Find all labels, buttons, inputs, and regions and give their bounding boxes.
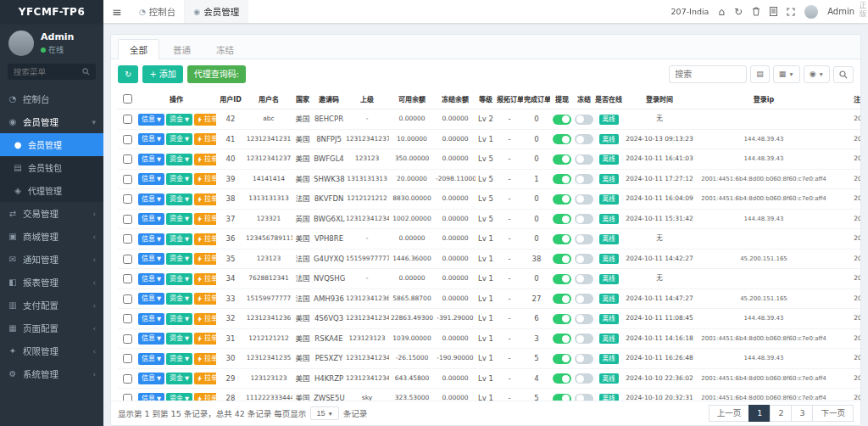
row-checkbox[interactable]: [123, 175, 132, 184]
admin-avatar[interactable]: [804, 5, 818, 19]
order-button[interactable]: 拉单: [194, 353, 216, 365]
sidebar-item-permission[interactable]: ✦权限管理‹: [0, 339, 103, 362]
freeze-toggle[interactable]: [575, 294, 593, 304]
trash-icon[interactable]: [752, 7, 760, 16]
add-button[interactable]: + 添加: [142, 65, 182, 83]
page-size-select[interactable]: 15 ▼: [310, 406, 338, 420]
fullscreen-icon[interactable]: [787, 8, 795, 16]
order-button[interactable]: 拉单: [194, 133, 216, 145]
freeze-toggle[interactable]: [575, 354, 593, 364]
row-checkbox[interactable]: [123, 255, 132, 264]
info-button[interactable]: 信息▼: [138, 253, 164, 265]
withdraw-toggle[interactable]: [553, 314, 571, 324]
withdraw-toggle[interactable]: [553, 234, 571, 244]
info-button[interactable]: 信息▼: [138, 373, 164, 384]
freeze-toggle[interactable]: [575, 154, 593, 165]
withdraw-toggle[interactable]: [553, 373, 571, 384]
freeze-toggle[interactable]: [575, 373, 593, 384]
order-button[interactable]: 拉单: [194, 114, 216, 126]
freeze-toggle[interactable]: [575, 234, 593, 244]
sidebar-item-dashboard[interactable]: ◔控制台: [0, 87, 103, 110]
info-button[interactable]: 信息▼: [138, 114, 164, 126]
order-button[interactable]: 拉单: [194, 154, 216, 165]
export-button[interactable]: ◉▼: [804, 65, 830, 83]
freeze-toggle[interactable]: [575, 314, 593, 324]
fund-button[interactable]: 资金▼: [166, 393, 192, 401]
order-button[interactable]: 拉单: [194, 373, 216, 384]
fund-button[interactable]: 资金▼: [166, 273, 192, 285]
row-checkbox[interactable]: [123, 374, 132, 384]
home-icon[interactable]: ⌂: [718, 6, 725, 18]
page-button-3[interactable]: 3: [791, 405, 813, 422]
panel-tab-2[interactable]: 冻结: [204, 39, 246, 59]
withdraw-toggle[interactable]: [553, 154, 571, 165]
agent-code-button[interactable]: 代理查询码:: [187, 65, 246, 83]
order-button[interactable]: 拉单: [194, 273, 216, 285]
withdraw-toggle[interactable]: [553, 115, 571, 125]
page-button-2[interactable]: 2: [770, 405, 792, 422]
filter-button[interactable]: ▤: [750, 65, 770, 83]
order-button[interactable]: 拉单: [194, 173, 216, 185]
fund-button[interactable]: 资金▼: [166, 114, 192, 126]
fund-button[interactable]: 资金▼: [166, 293, 192, 305]
fund-button[interactable]: 资金▼: [166, 333, 192, 345]
withdraw-toggle[interactable]: [553, 394, 571, 401]
freeze-toggle[interactable]: [575, 174, 593, 184]
withdraw-toggle[interactable]: [553, 194, 571, 205]
freeze-toggle[interactable]: [575, 134, 593, 144]
sidebar-item-page[interactable]: ▦页面配置‹: [0, 317, 103, 339]
withdraw-toggle[interactable]: [553, 214, 571, 224]
row-checkbox[interactable]: [123, 215, 132, 224]
prev-page-button[interactable]: 上一页: [709, 405, 750, 422]
fund-button[interactable]: 资金▼: [166, 173, 192, 185]
withdraw-toggle[interactable]: [553, 274, 571, 284]
topnav-tab-members[interactable]: ◉会员管理: [185, 0, 248, 23]
page-button-1[interactable]: 1: [748, 405, 771, 422]
info-button[interactable]: 信息▼: [138, 154, 164, 165]
order-button[interactable]: 拉单: [194, 313, 216, 325]
info-button[interactable]: 信息▼: [138, 213, 164, 225]
sidebar-item-system[interactable]: ⚙系统管理‹: [0, 362, 103, 385]
fund-button[interactable]: 资金▼: [166, 253, 192, 265]
row-checkbox[interactable]: [123, 135, 132, 144]
fund-button[interactable]: 资金▼: [166, 193, 192, 205]
order-button[interactable]: 拉单: [194, 193, 216, 205]
sidebar-item-mall[interactable]: ▣商城管理‹: [0, 225, 103, 248]
select-all-checkbox[interactable]: [123, 94, 132, 104]
order-button[interactable]: 拉单: [194, 233, 216, 245]
row-checkbox[interactable]: [123, 234, 132, 244]
sidebar-toggle-icon[interactable]: ≡: [103, 0, 131, 23]
sidebar-search-input[interactable]: [14, 67, 79, 76]
columns-button[interactable]: ▦▼: [773, 65, 800, 83]
withdraw-toggle[interactable]: [553, 174, 571, 184]
topnav-tab-console[interactable]: ◔控制台: [131, 0, 185, 23]
sidebar-item-trade[interactable]: ⇄交易管理‹: [0, 202, 103, 225]
info-button[interactable]: 信息▼: [138, 293, 164, 305]
order-button[interactable]: 拉单: [194, 213, 216, 225]
admin-name[interactable]: Admin: [827, 7, 854, 16]
info-button[interactable]: 信息▼: [138, 353, 164, 365]
info-button[interactable]: 信息▼: [138, 173, 164, 185]
freeze-toggle[interactable]: [575, 334, 593, 344]
withdraw-toggle[interactable]: [553, 354, 571, 364]
sidebar-item-member-list[interactable]: ●会员管理: [0, 133, 103, 156]
order-button[interactable]: 拉单: [194, 333, 216, 345]
order-button[interactable]: 拉单: [194, 293, 216, 305]
sidebar-item-wallet[interactable]: ▤会员钱包: [0, 156, 103, 179]
next-page-button[interactable]: 下一页: [812, 405, 854, 422]
freeze-toggle[interactable]: [575, 274, 593, 284]
fund-button[interactable]: 资金▼: [166, 233, 192, 245]
withdraw-toggle[interactable]: [553, 134, 571, 144]
panel-tab-1[interactable]: 普通: [161, 39, 203, 59]
refresh-button[interactable]: ↻: [118, 65, 138, 83]
freeze-toggle[interactable]: [575, 254, 593, 264]
fund-button[interactable]: 资金▼: [166, 133, 192, 145]
info-button[interactable]: 信息▼: [138, 133, 164, 145]
row-checkbox[interactable]: [123, 294, 132, 304]
withdraw-toggle[interactable]: [553, 294, 571, 304]
info-button[interactable]: 信息▼: [138, 193, 164, 205]
info-button[interactable]: 信息▼: [138, 313, 164, 325]
row-checkbox[interactable]: [123, 274, 132, 283]
sidebar-item-agent[interactable]: ◈代理管理: [0, 179, 103, 202]
fund-button[interactable]: 资金▼: [166, 353, 192, 365]
